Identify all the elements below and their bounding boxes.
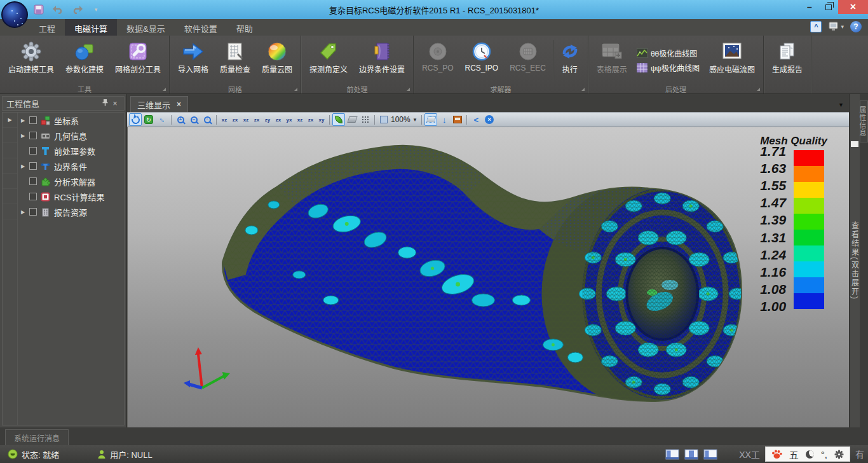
pin-icon[interactable] <box>100 99 110 108</box>
tree-checkbox[interactable] <box>29 208 37 216</box>
zoom-out-button[interactable]: − <box>187 113 200 126</box>
dialog-launcher-icon[interactable] <box>757 88 760 91</box>
tab-3d-display[interactable]: 三维显示 × <box>130 96 188 112</box>
dialog-launcher-icon[interactable] <box>581 88 585 91</box>
tree-checkbox[interactable] <box>29 162 37 170</box>
results-collapsed-panel[interactable]: 查看结果(双击展开) <box>849 94 860 427</box>
3d-viewport[interactable]: Mesh Quality 1.711.63 1.551.47 1.391.31 … <box>127 127 849 427</box>
zoom-in-button[interactable]: + <box>174 113 187 126</box>
pan-button[interactable]: ⇔ <box>156 113 168 126</box>
surface-mesh-button[interactable] <box>424 113 437 126</box>
generate-report-button[interactable]: 生成报告 <box>766 38 808 83</box>
tab-software-settings[interactable]: 软件设置 <box>175 19 227 36</box>
table-display-button[interactable]: 表格展示 <box>591 38 633 83</box>
wireframe-button[interactable] <box>359 113 372 126</box>
help-button[interactable]: ? <box>850 21 862 32</box>
tree-checkbox[interactable] <box>29 132 37 139</box>
tab-em-computation[interactable]: 电磁计算 <box>65 19 117 36</box>
tab-list-dropdown-icon[interactable]: ▼ <box>838 102 844 108</box>
ime-halfwidth-icon[interactable] <box>806 450 814 459</box>
zoom-fit-button[interactable]: ▫ <box>201 113 214 126</box>
solver-rcs-ipo-button[interactable]: RCS_IPO <box>459 38 504 83</box>
tab-data-display[interactable]: 数据&显示 <box>117 19 175 36</box>
tree-item-analysis-solver[interactable]: 分析求解器 <box>18 174 124 189</box>
tree-checkbox[interactable] <box>29 147 37 155</box>
save-button[interactable] <box>33 4 44 15</box>
undo-button[interactable] <box>52 4 64 15</box>
app-logo[interactable] <box>1 1 28 28</box>
qat-more-button[interactable]: ▾ <box>90 4 102 15</box>
dialog-launcher-icon[interactable] <box>294 88 297 91</box>
ime-settings-gear-icon[interactable] <box>834 450 844 459</box>
tab-help[interactable]: 帮助 <box>227 19 262 36</box>
tree-checkbox[interactable] <box>29 116 37 124</box>
tree-item-geometry-info[interactable]: ▶ 几何信息 <box>18 128 124 143</box>
ime-paw-icon[interactable] <box>771 449 782 459</box>
layout-right-button[interactable] <box>703 449 717 460</box>
close-button[interactable]: × <box>838 0 868 14</box>
capture-image-button[interactable] <box>451 113 464 126</box>
tab-property-info[interactable]: 属性信息 <box>860 100 868 142</box>
expand-arrow-icon[interactable]: ▶ <box>20 209 26 215</box>
tree-item-rcs-results[interactable]: RCS计算结果 <box>18 189 124 204</box>
theta-polarization-curve-button[interactable]: θθ极化曲线图 <box>637 48 700 59</box>
psi-polarization-curve-button[interactable]: ψψ极化曲线图 <box>637 62 700 73</box>
boundary-condition-button[interactable]: 边界条件设置 <box>353 38 410 83</box>
tab-close-icon[interactable]: × <box>177 100 181 109</box>
collapse-ribbon-button[interactable]: ^ <box>810 21 822 32</box>
dialog-launcher-icon[interactable] <box>407 88 410 91</box>
view-orientation-button-10[interactable]: xy <box>316 113 327 126</box>
view-orientation-button-9[interactable]: zx <box>306 113 316 126</box>
dialog-launcher-icon[interactable] <box>163 88 166 91</box>
section-down-button[interactable]: ↓ <box>438 113 451 126</box>
view-orientation-button-4[interactable]: zx <box>252 113 262 126</box>
view-orientation-button-1[interactable]: xz <box>219 113 229 126</box>
share-link-button[interactable]: < <box>470 113 482 126</box>
induced-current-map-button[interactable]: 感应电磁流图 <box>703 38 761 83</box>
restore-button[interactable] <box>819 0 838 14</box>
layout-center-button[interactable] <box>684 449 698 460</box>
smooth-shading-button[interactable] <box>332 113 345 126</box>
tree-item-report-resources[interactable]: ▶ 报告资源 <box>18 204 124 219</box>
flat-shading-button[interactable] <box>346 113 358 126</box>
quality-check-button[interactable]: 质量检查 <box>214 38 256 83</box>
parametric-modeling-button[interactable]: 参数化建模 <box>60 38 109 83</box>
expand-arrow-icon[interactable]: ▶ <box>20 133 26 139</box>
orbit-button[interactable]: ↻ <box>142 113 155 126</box>
view-orientation-button-2[interactable]: zx <box>230 113 240 126</box>
panel-close-icon[interactable]: × <box>110 99 120 108</box>
tree-checkbox[interactable] <box>29 177 37 185</box>
view-orientation-button-8[interactable]: xz <box>295 113 305 126</box>
view-orientation-button-3[interactable]: xz <box>241 113 251 126</box>
expand-arrow-icon[interactable]: ▶ <box>20 163 26 169</box>
tree-item-boundary-conditions[interactable]: ▶ 边界条件 <box>18 158 124 174</box>
view-orientation-button-7[interactable]: yx <box>284 113 294 126</box>
expand-arrow-icon[interactable]: ▶ <box>20 118 26 123</box>
rotate-view-button[interactable] <box>129 113 142 126</box>
zoom-level-select[interactable]: 100% ▾ <box>377 115 419 124</box>
minimize-button[interactable]: – <box>800 0 819 14</box>
ime-punctuation-button[interactable]: °, <box>821 449 827 460</box>
tree-item-preprocess-params[interactable]: 前处理参数 <box>18 143 124 158</box>
solver-rcs-eec-button[interactable]: RCS_EEC <box>504 38 552 83</box>
layout-left-button[interactable] <box>665 449 679 460</box>
solver-rcs-po-button[interactable]: RCS_PO <box>416 38 459 83</box>
quality-contour-button[interactable]: 质量云图 <box>256 38 298 83</box>
view-orientation-button-6[interactable]: zx <box>273 113 283 126</box>
tab-system-messages[interactable]: 系统运行消息 <box>5 429 69 445</box>
ime-mode-button[interactable]: 五 <box>789 448 799 461</box>
results-strip-label[interactable]: 查看结果(双击展开) <box>850 221 860 300</box>
execute-button[interactable]: 执行 <box>555 38 585 83</box>
strip-handle[interactable] <box>851 141 858 147</box>
launch-modeling-tool-button[interactable]: 启动建模工具 <box>3 38 60 83</box>
redo-button[interactable] <box>71 4 83 15</box>
import-mesh-button[interactable]: 导入网格 <box>172 38 214 83</box>
tree-checkbox[interactable] <box>29 193 37 200</box>
detection-angle-button[interactable]: 探测角定义 <box>304 38 353 83</box>
clear-view-button[interactable]: × <box>483 113 496 126</box>
tree-item-coordinate-system[interactable]: ▶ 坐标系 <box>18 113 124 128</box>
view-orientation-button-5[interactable]: zy <box>262 113 273 126</box>
display-style-button[interactable]: ▾ <box>828 22 844 32</box>
tab-project[interactable]: 工程 <box>29 19 65 36</box>
meshing-tool-button[interactable]: 网格剖分工具 <box>109 38 166 83</box>
